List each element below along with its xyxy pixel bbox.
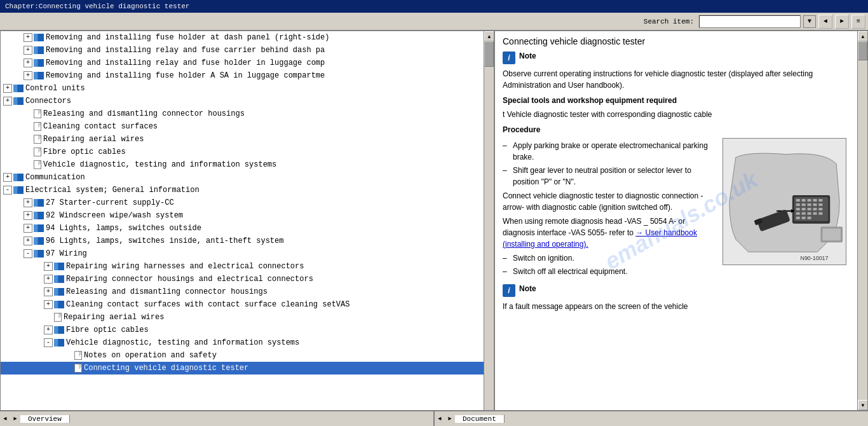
svg-rect-10 (808, 203, 811, 206)
toc-item-16[interactable]: +94 Lights, lamps, switches outside (1, 222, 484, 235)
svg-rect-19 (802, 212, 806, 215)
toc-item-7[interactable]: Releasing and dismantling connector hous… (1, 107, 484, 120)
title-bar: Chapter:Connecting vehicle diagnostic te… (0, 0, 868, 13)
doc-scroll-down[interactable]: ▼ (858, 400, 867, 410)
toc-item-2[interactable]: +Removing and installing relay and fuse … (1, 44, 484, 57)
search-dropdown-btn[interactable]: ▼ (803, 15, 816, 28)
expand-icon-12[interactable]: + (3, 173, 12, 182)
expand-icon-6[interactable]: + (3, 97, 12, 106)
search-input[interactable] (699, 15, 801, 28)
expand-icon-2[interactable]: + (24, 46, 32, 55)
connector-svg: N90-10017 (723, 138, 846, 265)
book-icon-5 (13, 85, 24, 92)
book-icon-20 (54, 275, 64, 283)
toc-item-20[interactable]: +Repairing connector housings and electr… (1, 273, 484, 285)
document-tab[interactable]: Document (455, 415, 505, 423)
procedure-heading: Procedure (503, 124, 850, 135)
toc-item-12[interactable]: +Communication (1, 171, 484, 184)
expand-icon-14[interactable]: + (24, 198, 32, 207)
doc-scroll-left-btn[interactable]: ◄ (435, 411, 445, 427)
toc-item-24[interactable]: +Fibre optic cables (1, 324, 484, 336)
expand-icon-24[interactable]: + (44, 326, 53, 334)
toc-item-26[interactable]: Notes on operation and safety (1, 349, 484, 362)
expand-icon-4[interactable]: + (24, 71, 32, 80)
toc-item-23[interactable]: Repairing aerial wires (1, 311, 484, 324)
scroll-thumb[interactable] (484, 41, 494, 67)
svg-rect-24 (802, 217, 806, 219)
expand-icon-19[interactable]: + (44, 262, 53, 271)
expand-icon-25[interactable]: - (44, 338, 53, 347)
search-label: Search item: (644, 18, 694, 25)
toc-scrollbar[interactable]: ▲ ▼ (484, 31, 494, 410)
book-icon-4 (34, 72, 44, 79)
toc-item-15[interactable]: +92 Windscreen wipe/wash system (1, 209, 484, 222)
toc-scroll-area: +Removing and installing fuse holder at … (1, 31, 494, 410)
scroll-up-btn[interactable]: ▲ (484, 31, 494, 41)
expand-icon-5[interactable]: + (3, 84, 12, 93)
menu-btn[interactable]: ≡ (851, 15, 865, 29)
svg-rect-30 (822, 229, 841, 241)
doc-title: Connecting vehicle diagnostic tester (503, 36, 850, 46)
svg-rect-13 (796, 208, 800, 210)
expand-icon-18[interactable]: - (24, 249, 32, 258)
toc-item-3[interactable]: +Removing and installing relay and fuse … (1, 57, 484, 69)
toc-item-9[interactable]: Repairing aerial wires (1, 133, 484, 146)
toc-item-25[interactable]: -Vehicle diagnostic, testing and informa… (1, 336, 484, 349)
toc-item-19[interactable]: +Repairing wiring harnesses and electric… (1, 260, 484, 273)
expand-icon-20[interactable]: + (44, 275, 53, 284)
svg-rect-25 (808, 217, 811, 219)
remote-text: When using remote diagnosis head -VAS _ … (503, 216, 717, 250)
doc-icon-11 (34, 160, 41, 169)
toc-item-13[interactable]: -Electrical system; General information (1, 184, 484, 196)
toc-tree[interactable]: +Removing and installing fuse holder at … (1, 31, 484, 410)
toc-item-27[interactable]: Connecting vehicle diagnostic tester (1, 362, 484, 374)
doc-icon-10 (34, 148, 41, 156)
scroll-left-btn[interactable]: ◄ (0, 411, 10, 427)
svg-rect-4 (802, 199, 806, 202)
svg-rect-5 (808, 199, 811, 202)
svg-rect-9 (802, 203, 806, 206)
info-icon-1: i (503, 52, 515, 64)
toc-item-4[interactable]: +Removing and installing fuse holder A S… (1, 69, 484, 82)
note2-text: If a fault message appears on the screen… (503, 301, 850, 312)
toc-item-6[interactable]: +Connectors (1, 95, 484, 107)
expand-icon-15[interactable]: + (24, 211, 32, 220)
book-icon-25 (54, 339, 64, 347)
doc-scroll-track (858, 41, 867, 400)
expand-icon-13[interactable]: - (3, 186, 12, 195)
user-handbook-link[interactable]: → User handbook (installing and operatin… (503, 228, 697, 249)
nav-next-btn[interactable]: ► (835, 15, 849, 29)
toc-text-2: Removing and installing relay and fuse c… (46, 45, 325, 56)
note-box-1: i Note (503, 52, 850, 64)
doc-scroll-up[interactable]: ▲ (858, 31, 867, 41)
book-icon-17 (34, 237, 44, 245)
toc-item-1[interactable]: +Removing and installing fuse holder at … (1, 31, 484, 44)
expand-icon-3[interactable]: + (24, 58, 32, 67)
book-icon-24 (54, 326, 64, 334)
expand-icon-22[interactable]: + (44, 300, 53, 309)
overview-tab[interactable]: Overview (20, 415, 70, 423)
expand-icon-1[interactable]: + (24, 33, 32, 42)
toc-text-21: Releasing and dismantling connector hous… (66, 286, 268, 298)
toc-item-14[interactable]: +27 Starter-current supply-CC (1, 196, 484, 209)
toc-item-5[interactable]: +Control units (1, 82, 484, 95)
toc-item-18[interactable]: -97 Wiring (1, 247, 484, 260)
expand-icon-17[interactable]: + (24, 237, 32, 245)
doc-icon-8 (34, 122, 41, 131)
toc-item-8[interactable]: Cleaning contact surfaces (1, 120, 484, 133)
toc-item-21[interactable]: +Releasing and dismantling connector hou… (1, 285, 484, 298)
expand-icon-21[interactable]: + (44, 287, 53, 296)
toc-item-22[interactable]: +Cleaning contact surfaces with contact … (1, 298, 484, 311)
book-icon-19 (54, 263, 64, 270)
toc-item-10[interactable]: Fibre optic cables (1, 146, 484, 158)
toc-item-17[interactable]: +96 Lights, lamps, switches inside, anti… (1, 235, 484, 247)
doc-content: Connecting vehicle diagnostic tester i N… (495, 31, 857, 410)
expand-icon-16[interactable]: + (24, 224, 32, 233)
toc-item-11[interactable]: Vehicle diagnostic, testing and informat… (1, 158, 484, 171)
svg-rect-7 (818, 199, 822, 202)
doc-scroll-thumb[interactable] (858, 41, 867, 60)
nav-prev-btn[interactable]: ◄ (818, 15, 832, 29)
scroll-right-btn[interactable]: ► (10, 411, 20, 427)
left-status: ◄ ► Overview (0, 411, 433, 426)
doc-scroll-right-btn[interactable]: ► (445, 411, 455, 427)
